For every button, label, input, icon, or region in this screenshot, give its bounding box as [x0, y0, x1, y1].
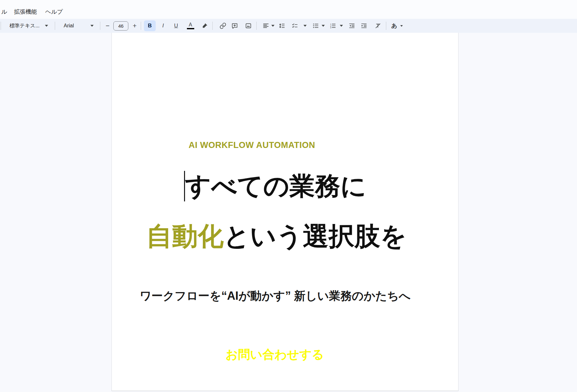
doc-cta-link[interactable]: お問い合わせする [101, 346, 448, 363]
chevron-down-icon [303, 25, 307, 27]
checklist-icon [292, 23, 298, 29]
font-size-input[interactable]: 46 [113, 21, 128, 31]
insert-link-button[interactable] [217, 19, 229, 33]
toolbar-separator [212, 22, 213, 30]
underline-icon: U [174, 23, 178, 29]
link-icon [219, 22, 226, 29]
chevron-down-icon [45, 25, 48, 27]
clear-formatting-button[interactable] [373, 19, 383, 33]
toolbar-separator [141, 22, 141, 30]
highlighter-icon [202, 23, 208, 29]
document-canvas: AI WORKFLOW AUTOMATION すべての業務に 自動化という選択肢… [0, 33, 577, 392]
comment-plus-icon [232, 23, 238, 29]
text-color-button[interactable]: A [185, 19, 196, 33]
numbered-list-button[interactable]: 1 2 3 [328, 19, 338, 33]
chevron-down-icon [400, 25, 403, 27]
doc-heading-accent: 自動化 [146, 222, 224, 250]
text-color-icon: A [187, 22, 194, 29]
minus-icon: − [106, 22, 110, 30]
underline-button[interactable]: U [171, 19, 181, 33]
font-name-label: Arial [64, 23, 74, 29]
italic-icon: I [162, 23, 164, 29]
align-button[interactable] [261, 19, 271, 33]
menu-bar: ル 拡張機能 ヘルプ [0, 0, 577, 19]
indent-increase-icon [361, 23, 367, 29]
chevron-down-icon [340, 25, 343, 27]
menu-extensions[interactable]: 拡張機能 [14, 8, 37, 16]
text-cursor [184, 171, 185, 201]
increase-indent-button[interactable] [359, 19, 369, 33]
plus-icon: + [133, 22, 137, 30]
document-page[interactable]: AI WORKFLOW AUTOMATION すべての業務に 自動化という選択肢… [111, 33, 459, 391]
formatting-toolbar: 標準テキス... Arial − 46 + B I U [0, 19, 577, 33]
doc-subtitle-text[interactable]: ワークフローを“AIが動かす” 新しい業務のかたちへ [102, 288, 449, 304]
align-left-icon [263, 23, 269, 29]
toolbar-separator [386, 22, 386, 30]
bold-button[interactable]: B [144, 20, 156, 31]
doc-heading-line1[interactable]: すべての業務に [102, 170, 449, 202]
line-spacing-button[interactable] [276, 19, 287, 33]
decrease-indent-button[interactable] [346, 19, 357, 33]
input-tools-button[interactable] [400, 19, 403, 33]
bulleted-list-icon [312, 23, 319, 29]
doc-heading-line2[interactable]: 自動化という選択肢を [103, 220, 450, 252]
toolbar-separator [55, 22, 55, 30]
toolbar-separator [1, 22, 1, 30]
chevron-down-icon [271, 25, 274, 27]
image-icon [245, 23, 252, 29]
indent-decrease-icon [349, 23, 355, 29]
google-docs-app: ル 拡張機能 ヘルプ 標準テキス... Arial − 46 + [0, 0, 577, 392]
menu-tools-partial[interactable]: ル [1, 8, 7, 16]
increase-font-size-button[interactable]: + [131, 19, 139, 33]
input-tools-button[interactable]: あ [389, 19, 399, 33]
toolbar-separator [256, 22, 257, 30]
clear-formatting-icon [375, 23, 381, 29]
checklist-button[interactable] [303, 19, 307, 33]
bulleted-list-button[interactable] [321, 19, 325, 33]
paragraph-style-selector[interactable]: 標準テキス... [6, 19, 43, 33]
paragraph-style-label: 標準テキス... [10, 23, 39, 29]
line-spacing-icon [279, 23, 285, 29]
bulleted-list-button[interactable] [311, 19, 320, 33]
italic-button[interactable]: I [158, 19, 168, 33]
chevron-down-icon [322, 25, 325, 27]
menu-help[interactable]: ヘルプ [45, 8, 63, 16]
font-selector[interactable]: Arial [62, 19, 76, 33]
chevron-down-icon [90, 25, 94, 27]
decrease-font-size-button[interactable]: − [103, 19, 112, 33]
numbered-list-button[interactable] [339, 19, 343, 33]
input-tools-icon: あ [391, 22, 397, 30]
add-comment-button[interactable] [229, 19, 240, 33]
bold-icon: B [148, 23, 152, 29]
highlight-color-button[interactable] [199, 19, 210, 33]
align-button[interactable] [271, 19, 275, 33]
numbered-list-icon: 1 2 3 [330, 23, 336, 29]
font-size-value: 46 [118, 23, 124, 29]
svg-text:3: 3 [330, 26, 331, 29]
font-selector[interactable] [90, 19, 94, 33]
insert-image-button[interactable] [243, 19, 254, 33]
doc-eyebrow-text[interactable]: AI WORKFLOW AUTOMATION [78, 140, 425, 150]
paragraph-style-selector[interactable] [45, 19, 48, 33]
doc-heading-rest: という選択肢を [224, 222, 407, 250]
toolbar-separator [100, 22, 100, 30]
checklist-button[interactable] [290, 19, 300, 33]
